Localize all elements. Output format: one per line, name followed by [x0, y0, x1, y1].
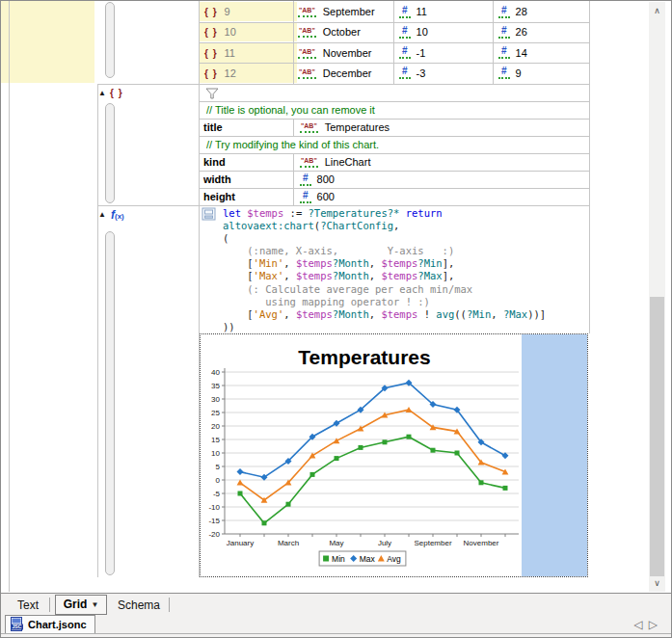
- svg-text:25: 25: [211, 409, 220, 417]
- svg-text:15: 15: [211, 436, 220, 444]
- grid-cell-min-value[interactable]: #-3: [399, 64, 492, 83]
- tab-grid-label: Grid: [64, 598, 88, 611]
- grid-cell-config-key[interactable]: title: [203, 120, 292, 136]
- xquery-code-cell[interactable]: let $temps := ?Temperatures?* returnalto…: [223, 207, 587, 333]
- grid-cell-month-name[interactable]: "AB"December: [298, 64, 392, 83]
- scrollbar-thumb[interactable]: [650, 297, 664, 576]
- grid-cell-max-value[interactable]: #14: [498, 43, 587, 63]
- grid-cell-month-name[interactable]: "AB"November: [298, 43, 392, 63]
- grid-cell-config-key[interactable]: width: [203, 172, 292, 188]
- grid-cell-comment[interactable]: // Title is optional, you can remove it: [206, 102, 587, 119]
- number-type-icon: #: [399, 6, 411, 18]
- svg-text:0: 0: [216, 476, 221, 485]
- config-key: title: [203, 121, 223, 133]
- number-type-icon: #: [300, 173, 311, 186]
- collapse-chartconfig-icon[interactable]: ▲: [98, 89, 106, 97]
- month-name: November: [323, 47, 372, 59]
- grid-cell-month-name[interactable]: "AB"September: [298, 2, 392, 21]
- grid-cell-config-value[interactable]: #800: [300, 172, 585, 188]
- label-column-border: [97, 84, 98, 577]
- rendered-chart-image: Temperatures-20-15-10-50510152025303540J…: [201, 334, 522, 576]
- grid-cell-min-value[interactable]: #10: [399, 22, 492, 41]
- grid-cell-month-key[interactable]: { }10: [200, 22, 297, 41]
- section-border: [97, 205, 589, 206]
- object-icon: { }: [204, 7, 218, 17]
- nesting-bracket: [105, 103, 115, 203]
- string-type-icon: "AB": [300, 121, 318, 133]
- month-name: December: [323, 67, 372, 79]
- max-value: 9: [516, 67, 522, 79]
- svg-text:5: 5: [216, 463, 221, 471]
- nesting-bracket: [105, 231, 115, 575]
- svg-text:-10: -10: [208, 503, 220, 512]
- grid-cell-month-name[interactable]: "AB"October: [298, 22, 392, 41]
- svg-text:November: November: [464, 539, 499, 547]
- grid-cell-min-value[interactable]: #11: [399, 2, 492, 21]
- formula-editor-icon[interactable]: [202, 207, 216, 221]
- min-value: 11: [417, 6, 427, 17]
- formula-icon: f(x): [111, 208, 124, 222]
- config-key: height: [203, 191, 235, 202]
- grid-cell-config-value[interactable]: #600: [300, 189, 585, 205]
- chevron-down-icon: ▼: [91, 600, 98, 609]
- grid-cell-max-value[interactable]: #9: [498, 64, 587, 83]
- filter-funnel-icon[interactable]: [205, 87, 219, 99]
- grid-cell-max-value[interactable]: #26: [498, 22, 587, 41]
- svg-text:-15: -15: [208, 517, 220, 525]
- month-index: 9: [225, 6, 230, 17]
- column-border: [293, 188, 294, 205]
- tab-scroll-arrows[interactable]: ◁▷: [634, 618, 663, 631]
- tab-grid[interactable]: Grid▼: [55, 595, 107, 615]
- svg-text:July: July: [378, 539, 391, 547]
- file-tab-chart-jsonc[interactable]: JSC Chart.jsonc: [5, 615, 95, 633]
- column-border: [493, 1, 494, 84]
- svg-text:Avg: Avg: [387, 554, 401, 564]
- next-tab-icon[interactable]: ▷: [649, 618, 663, 631]
- prev-tab-icon[interactable]: ◁: [634, 618, 649, 631]
- grid-cell-month-key[interactable]: { }12: [200, 64, 297, 83]
- tab-schema[interactable]: Schema: [112, 597, 166, 615]
- svg-text:January: January: [227, 539, 254, 547]
- section-border: [97, 84, 589, 85]
- object-icon: { }: [204, 27, 218, 38]
- month-index: 12: [225, 67, 236, 79]
- object-icon: { }: [204, 68, 218, 79]
- column-border: [293, 153, 294, 171]
- object-icon: { }: [110, 88, 123, 98]
- scroll-down-icon[interactable]: ∨: [649, 576, 665, 590]
- svg-text:Max: Max: [360, 554, 376, 564]
- svg-text:March: March: [278, 539, 299, 547]
- vertical-scrollbar[interactable]: ∧ ∨: [649, 2, 665, 592]
- chartconfig-section-label: { }: [110, 87, 123, 98]
- string-type-icon: "AB": [298, 47, 316, 59]
- grid-cell-config-value[interactable]: "AB"Temperatures: [300, 120, 585, 136]
- number-type-icon: #: [300, 191, 311, 203]
- svg-text:JSC: JSC: [12, 624, 21, 629]
- grid-cell-max-value[interactable]: #28: [498, 2, 587, 21]
- number-type-icon: #: [498, 6, 510, 18]
- string-type-icon: "AB": [300, 156, 318, 168]
- config-value: LineChart: [325, 156, 371, 168]
- svg-text:Temperatures: Temperatures: [298, 346, 430, 368]
- window-bottom-edge: [1, 633, 671, 638]
- grid-cell-month-key[interactable]: { }11: [200, 43, 297, 63]
- grid-cell-config-key[interactable]: height: [203, 189, 292, 205]
- svg-text:35: 35: [211, 382, 220, 390]
- grid-cell-min-value[interactable]: #-1: [399, 43, 492, 63]
- scroll-up-icon[interactable]: ∧: [649, 4, 665, 17]
- file-tab-label: Chart.jsonc: [28, 619, 87, 630]
- tab-text[interactable]: Text: [9, 597, 47, 615]
- column-border: [293, 171, 294, 188]
- grid-cell-month-key[interactable]: { }9: [200, 2, 297, 21]
- number-type-icon: #: [498, 46, 510, 59]
- object-icon: { }: [204, 48, 218, 59]
- grid-cell-config-value[interactable]: "AB"LineChart: [300, 154, 585, 171]
- svg-text:20: 20: [211, 422, 220, 431]
- svg-text:May: May: [329, 539, 343, 547]
- grid-cell-config-key[interactable]: kind: [203, 154, 292, 171]
- collapse-chart-icon[interactable]: ▲: [98, 210, 106, 219]
- grid-cell-comment[interactable]: // Try modifying the kind of this chart.: [206, 137, 587, 153]
- config-value: 800: [317, 173, 335, 185]
- svg-text:30: 30: [211, 395, 220, 404]
- nesting-bracket: [105, 2, 115, 78]
